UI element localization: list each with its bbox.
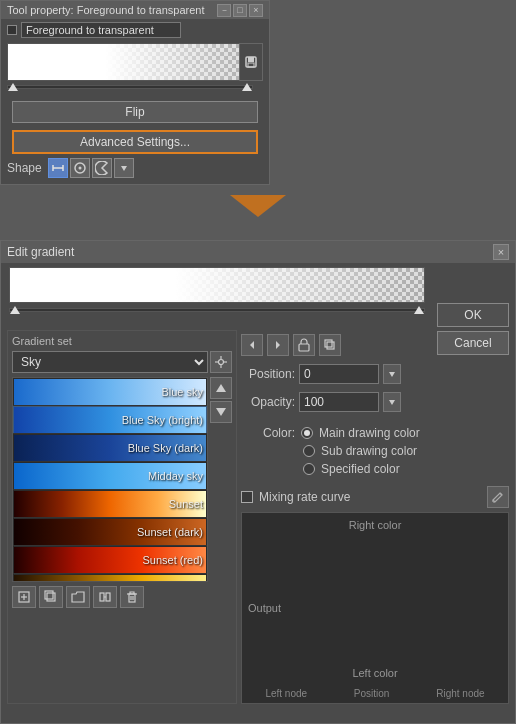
svg-marker-28	[276, 341, 280, 349]
list-tool-duplicate-button[interactable]	[39, 586, 63, 608]
opacity-input[interactable]	[299, 392, 379, 412]
list-item[interactable]: Sunset (gold)	[13, 574, 207, 582]
gradient-set-dropdown[interactable]: Sky	[12, 351, 208, 373]
dialog-gradient-preview	[9, 267, 425, 303]
list-up-button[interactable]	[210, 377, 232, 399]
dialog-close-button[interactable]: ×	[493, 244, 509, 260]
mixing-rate-checkbox[interactable]	[241, 491, 253, 503]
list-tool-move-button[interactable]	[93, 586, 117, 608]
output-label: Output	[248, 602, 281, 614]
shape-conical-icon[interactable]	[92, 158, 112, 178]
opacity-label: Opacity:	[241, 395, 295, 409]
gradient-preview-blue-sky-dark	[14, 435, 206, 461]
list-tool-new-button[interactable]	[12, 586, 36, 608]
gradient-preview-blue-sky	[14, 379, 206, 405]
nav-next-button[interactable]	[267, 334, 289, 356]
list-tool-folder-button[interactable]	[66, 586, 90, 608]
list-item[interactable]: Blue Sky (dark)	[13, 434, 207, 462]
titlebar-controls: － □ ×	[217, 4, 263, 17]
shape-dropdown-button[interactable]	[114, 158, 134, 178]
shape-radial-icon[interactable]	[70, 158, 90, 178]
close-button[interactable]: ×	[249, 4, 263, 17]
list-item[interactable]: Blue sky	[13, 378, 207, 406]
svg-rect-19	[47, 593, 55, 601]
dialog-slider-track[interactable]	[9, 308, 425, 312]
svg-rect-30	[327, 342, 334, 349]
slider-handle-left[interactable]	[8, 83, 18, 91]
advanced-btn-row: Advanced Settings...	[7, 127, 263, 154]
dialog-slider-handle-right[interactable]	[414, 306, 424, 314]
list-item[interactable]: Sunset	[13, 490, 207, 518]
position-input[interactable]	[299, 364, 379, 384]
ok-button[interactable]: OK	[437, 303, 509, 327]
position-node-label: Position	[354, 688, 390, 699]
gradient-preview-blue-sky-bright	[14, 407, 206, 433]
top-panel-titlebar: Tool property: Foreground to transparent…	[1, 1, 269, 19]
gradient-preview-area	[7, 43, 263, 81]
mixing-rate-label: Mixing rate curve	[259, 490, 350, 504]
right-panel: Position: Opacity: Color: Main d	[241, 330, 509, 704]
radio-sub-drawing-color[interactable]	[303, 445, 315, 457]
list-updown-buttons	[210, 377, 232, 582]
svg-rect-29	[299, 344, 309, 351]
list-down-button[interactable]	[210, 401, 232, 423]
lock-icon[interactable]	[293, 334, 315, 356]
dialog-slider-row	[9, 308, 425, 322]
shape-linear-icon[interactable]	[48, 158, 68, 178]
radio-main-drawing-color[interactable]	[301, 427, 313, 439]
list-item[interactable]: Sunset (dark)	[13, 518, 207, 546]
right-node-label: Right node	[436, 688, 484, 699]
gradient-preview-sunset-dark	[14, 519, 206, 545]
slider-handle-right[interactable]	[242, 83, 252, 91]
mixing-rate-row: Mixing rate curve	[241, 486, 509, 508]
svg-marker-15	[216, 408, 226, 416]
list-bottom-tools	[12, 586, 232, 608]
svg-rect-1	[248, 57, 254, 62]
dialog-slider-handle-left[interactable]	[10, 306, 20, 314]
color-label: Color:	[241, 426, 295, 440]
top-panel-title: Tool property: Foreground to transparent	[7, 4, 205, 16]
cancel-button[interactable]: Cancel	[437, 331, 509, 355]
save-preset-icon[interactable]	[239, 43, 263, 81]
nav-prev-button[interactable]	[241, 334, 263, 356]
svg-rect-20	[45, 591, 53, 599]
edit-gradient-dialog: Edit gradient × OK Cancel Gradient set S…	[0, 240, 516, 724]
svg-marker-33	[389, 400, 395, 405]
color-section: Color: Main drawing color Sub drawing co…	[241, 422, 509, 476]
flip-btn-row: Flip	[7, 101, 263, 123]
sub-drawing-color-label: Sub drawing color	[321, 444, 417, 458]
position-arrow-button[interactable]	[383, 364, 401, 384]
shape-icons	[48, 158, 134, 178]
gradient-set-panel: Gradient set Sky Blue sky	[7, 330, 237, 704]
maximize-button[interactable]: □	[233, 4, 247, 17]
top-panel: Tool property: Foreground to transparent…	[0, 0, 270, 185]
specified-color-label: Specified color	[321, 462, 400, 476]
left-node-label: Left node	[265, 688, 307, 699]
dialog-title: Edit gradient	[7, 245, 74, 259]
gradient-slider-track[interactable]	[7, 85, 253, 89]
right-color-label: Right color	[349, 519, 402, 531]
gradient-set-settings-icon[interactable]	[210, 351, 232, 373]
position-label: Position:	[241, 367, 295, 381]
advanced-settings-button[interactable]: Advanced Settings...	[12, 130, 258, 154]
copy-node-icon[interactable]	[319, 334, 341, 356]
list-item[interactable]: Blue Sky (bright)	[13, 406, 207, 434]
gradient-name-input[interactable]	[21, 22, 181, 38]
shape-label: Shape	[7, 161, 42, 175]
left-color-label: Left color	[352, 667, 397, 679]
graph-bottom-labels: Left node Position Right node	[242, 688, 508, 699]
gradient-fill	[8, 44, 252, 80]
list-tool-delete-button[interactable]	[120, 586, 144, 608]
svg-rect-31	[325, 340, 332, 347]
radio-specified-color[interactable]	[303, 463, 315, 475]
flip-button[interactable]: Flip	[12, 101, 258, 123]
svg-marker-27	[250, 341, 254, 349]
list-item[interactable]: Midday sky	[13, 462, 207, 490]
curve-graph: Right color Output Left color Left node …	[241, 512, 509, 704]
gradient-set-header: Sky	[12, 351, 232, 373]
minimize-button[interactable]: －	[217, 4, 231, 17]
svg-line-34	[500, 493, 502, 495]
opacity-arrow-button[interactable]	[383, 392, 401, 412]
list-item[interactable]: Sunset (red)	[13, 546, 207, 574]
pencil-icon[interactable]	[487, 486, 509, 508]
